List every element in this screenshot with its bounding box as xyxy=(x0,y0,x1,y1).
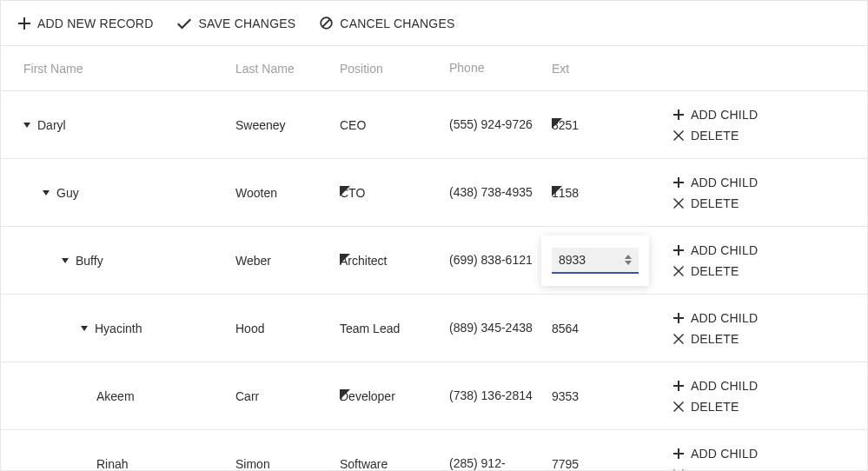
delete-label: DELETE xyxy=(691,332,739,346)
header-first-name[interactable]: First Name xyxy=(23,62,235,76)
delete-button[interactable]: DELETE xyxy=(673,196,867,210)
cell-ext[interactable]: 8251 xyxy=(552,118,668,132)
cell-position[interactable]: Software xyxy=(340,457,449,471)
delete-button[interactable]: DELETE xyxy=(673,332,867,346)
add-child-button[interactable]: ADD CHILD xyxy=(673,311,867,325)
ext-text: 7795 xyxy=(552,457,579,471)
cell-ext[interactable]: 8564 xyxy=(552,322,668,335)
add-child-button[interactable]: ADD CHILD xyxy=(673,379,867,393)
cell-phone[interactable]: (555) 924-9726 xyxy=(449,115,552,136)
cell-last-name[interactable]: Weber xyxy=(235,254,340,268)
header-phone[interactable]: Phone xyxy=(449,58,552,79)
dirty-indicator-icon xyxy=(340,389,350,400)
ext-editor: 8933 xyxy=(541,236,649,286)
cell-position[interactable]: Architect xyxy=(340,254,449,268)
add-child-label: ADD CHILD xyxy=(691,447,758,461)
delete-button[interactable]: DELETE xyxy=(673,129,867,143)
add-child-label: ADD CHILD xyxy=(691,311,758,325)
cell-actions: ADD CHILDDELETE xyxy=(668,447,867,471)
delete-button[interactable]: DELETE xyxy=(673,468,867,471)
expand-icon[interactable] xyxy=(81,326,88,331)
dirty-indicator-icon xyxy=(340,186,350,196)
cell-position[interactable]: CEO xyxy=(340,118,449,132)
add-child-button[interactable]: ADD CHILD xyxy=(673,447,867,461)
table-row: GuyWootenCTO(438) 738-49351158ADD CHILDD… xyxy=(1,159,867,227)
header-ext[interactable]: Ext xyxy=(552,62,668,76)
add-child-label: ADD CHILD xyxy=(691,176,758,189)
delete-button[interactable]: DELETE xyxy=(673,264,867,278)
cell-phone[interactable]: (738) 136-2814 xyxy=(449,386,552,407)
spinner-down-icon[interactable] xyxy=(625,261,632,265)
svg-line-1 xyxy=(323,20,330,27)
delete-label: DELETE xyxy=(691,129,739,143)
cell-phone[interactable]: (285) 912- xyxy=(449,454,552,470)
close-icon xyxy=(673,334,684,344)
cell-actions: ADD CHILDDELETE xyxy=(668,176,867,210)
table-header: First Name Last Name Position Phone Ext xyxy=(1,46,867,91)
cell-phone[interactable]: (699) 838-6121 xyxy=(449,250,552,271)
cell-ext[interactable]: 8933 xyxy=(552,236,668,286)
plus-icon xyxy=(673,177,684,188)
cell-first-name[interactable]: Daryl xyxy=(23,118,235,132)
cell-first-name[interactable]: Akeem xyxy=(23,389,235,403)
cancel-changes-button[interactable]: CANCEL CHANGES xyxy=(320,17,454,30)
check-icon xyxy=(177,17,191,30)
close-icon xyxy=(673,266,684,276)
plus-icon xyxy=(673,448,684,459)
cell-position[interactable]: Team Lead xyxy=(340,322,449,335)
cancel-changes-label: CANCEL CHANGES xyxy=(340,17,454,30)
cell-ext[interactable]: 1158 xyxy=(552,186,668,200)
close-icon xyxy=(673,198,684,209)
cell-actions: ADD CHILDDELETE xyxy=(668,379,867,414)
cell-last-name[interactable]: Hood xyxy=(235,322,340,335)
add-child-button[interactable]: ADD CHILD xyxy=(673,176,867,189)
add-child-button[interactable]: ADD CHILD xyxy=(673,108,867,122)
expand-icon[interactable] xyxy=(43,190,50,196)
add-new-record-button[interactable]: ADD NEW RECORD xyxy=(18,17,153,30)
ext-input-value: 8933 xyxy=(559,253,586,267)
cell-first-name[interactable]: Rinah xyxy=(23,457,235,471)
delete-label: DELETE xyxy=(691,264,739,278)
header-last-name[interactable]: Last Name xyxy=(235,62,340,76)
spinner-up-icon[interactable] xyxy=(625,255,632,259)
cell-first-name[interactable]: Buffy xyxy=(23,254,235,268)
cell-position[interactable]: CTO xyxy=(340,186,449,200)
cell-phone[interactable]: (438) 738-4935 xyxy=(449,182,552,203)
table-body[interactable]: DarylSweeneyCEO(555) 924-97268251ADD CHI… xyxy=(1,91,867,470)
ext-text: 8564 xyxy=(552,322,579,335)
dirty-indicator-icon xyxy=(340,254,350,264)
header-position[interactable]: Position xyxy=(340,62,449,76)
cell-last-name[interactable]: Carr xyxy=(235,389,340,403)
cell-ext[interactable]: 9353 xyxy=(552,389,668,403)
cell-last-name[interactable]: Sweeney xyxy=(235,118,340,132)
expand-icon[interactable] xyxy=(23,123,30,128)
cell-last-name[interactable]: Simon xyxy=(235,457,340,471)
delete-label: DELETE xyxy=(691,468,739,471)
save-changes-button[interactable]: SAVE CHANGES xyxy=(177,17,295,30)
add-child-button[interactable]: ADD CHILD xyxy=(673,243,867,257)
delete-button[interactable]: DELETE xyxy=(673,400,867,414)
expand-icon[interactable] xyxy=(62,258,69,263)
add-new-record-label: ADD NEW RECORD xyxy=(37,17,153,30)
position-text: Software xyxy=(340,457,388,471)
plus-icon xyxy=(673,109,684,120)
cell-first-name[interactable]: Hyacinth xyxy=(23,322,235,335)
plus-icon xyxy=(673,245,684,255)
cell-actions: ADD CHILDDELETE xyxy=(668,108,867,143)
dirty-indicator-icon xyxy=(552,186,562,196)
first-name-text: Daryl xyxy=(37,118,66,132)
plus-icon xyxy=(18,17,30,30)
cell-actions: ADD CHILDDELETE xyxy=(668,311,867,346)
add-child-label: ADD CHILD xyxy=(691,379,758,393)
cell-ext[interactable]: 7795 xyxy=(552,457,668,471)
cell-position[interactable]: Developer xyxy=(340,389,449,403)
cell-actions: ADD CHILDDELETE xyxy=(668,243,867,278)
cell-last-name[interactable]: Wooten xyxy=(235,186,340,200)
position-text: Team Lead xyxy=(340,322,400,335)
cell-phone[interactable]: (889) 345-2438 xyxy=(449,318,552,339)
dirty-indicator-icon xyxy=(552,118,562,129)
cell-first-name[interactable]: Guy xyxy=(23,186,235,200)
ext-numeric-input[interactable]: 8933 xyxy=(552,248,639,274)
spinner xyxy=(625,255,632,265)
delete-label: DELETE xyxy=(691,400,739,414)
